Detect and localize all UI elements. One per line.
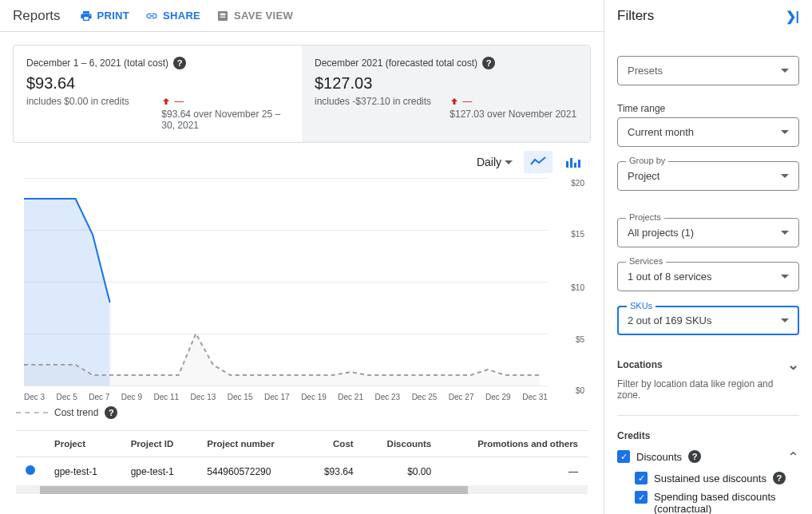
chevron-down-icon: ⌄ [787, 356, 799, 374]
cell-discounts: $0.00 [363, 457, 442, 486]
spending-based-checkbox[interactable]: ✓ [635, 491, 648, 504]
time-range-label: Time range [617, 103, 799, 114]
time-range-select[interactable]: Current month [617, 117, 799, 147]
presets-select[interactable]: Presets [617, 56, 799, 85]
x-tick: Dec 31 [522, 393, 548, 401]
x-tick: Dec 21 [338, 393, 363, 401]
locations-hint: Filter by location data like region and … [617, 378, 799, 401]
chevron-down-icon [781, 318, 789, 322]
chevron-up-icon[interactable]: ⌄ [787, 448, 799, 465]
x-tick: Dec 7 [89, 393, 109, 401]
x-tick: Dec 5 [57, 393, 77, 401]
chevron-down-icon [505, 160, 513, 164]
current-change-indicator: — [161, 96, 289, 107]
forecast-change-text: $127.03 over November 2021 [450, 109, 576, 120]
print-label: PRINT [97, 10, 130, 22]
help-icon[interactable]: ? [482, 57, 495, 69]
projects-select[interactable]: Projects All projects (1) [617, 218, 799, 247]
spending-based-label: Spending based discounts (contractual) [654, 491, 799, 514]
sustained-use-checkbox[interactable]: ✓ [635, 472, 648, 484]
x-tick: Dec 29 [485, 393, 511, 401]
x-tick: Dec 27 [449, 393, 474, 401]
col-cost[interactable]: Cost [303, 431, 362, 457]
locations-section-toggle[interactable]: Locations ⌄ [617, 353, 799, 377]
discounts-label: Discounts [636, 451, 682, 463]
chevron-down-icon [781, 130, 789, 134]
help-icon[interactable]: ? [173, 57, 186, 69]
skus-select[interactable]: SKUs 2 out of 169 SKUs [617, 306, 799, 335]
x-tick: Dec 9 [121, 393, 142, 401]
chevron-down-icon [781, 275, 789, 279]
cost-table: Project Project ID Project number Cost D… [16, 431, 588, 486]
services-label: Services [626, 256, 666, 266]
chevron-down-icon [781, 69, 789, 73]
help-icon[interactable]: ? [688, 450, 701, 463]
forecast-change-indicator: — [450, 96, 576, 107]
collapse-sidebar-icon[interactable]: ❯| [786, 9, 799, 24]
arrow-up-icon [161, 97, 171, 106]
svg-rect-2 [574, 163, 576, 168]
chevron-down-icon [781, 174, 789, 178]
granularity-value: Daily [477, 156, 501, 168]
skus-value: 2 out of 169 SKUs [628, 314, 712, 326]
credits-label: Credits [617, 430, 799, 441]
projects-label: Projects [626, 212, 664, 222]
y-tick: $15 [571, 230, 584, 239]
col-project-id[interactable]: Project ID [121, 431, 198, 457]
discounts-checkbox[interactable]: ✓ [617, 450, 630, 463]
cell-cost: $93.64 [303, 457, 362, 486]
x-tick: Dec 23 [374, 393, 400, 401]
legend-label: Cost trend [54, 407, 98, 418]
print-button[interactable]: PRINT [80, 10, 130, 22]
save-view-label: SAVE VIEW [234, 10, 293, 22]
y-tick: $0 [576, 386, 584, 395]
current-cost-caption: December 1 – 6, 2021 (total cost) [26, 57, 168, 69]
help-icon[interactable]: ? [773, 472, 786, 484]
chevron-down-icon [781, 231, 789, 235]
svg-rect-1 [570, 158, 572, 168]
forecast-credits-note: includes -$372.10 in credits [315, 96, 435, 120]
line-chart-toggle[interactable] [524, 151, 553, 173]
current-cost-amount: $93.64 [26, 74, 289, 93]
col-project[interactable]: Project [45, 431, 121, 457]
presets-value: Presets [628, 65, 663, 77]
x-tick: Dec 13 [191, 393, 216, 401]
group-by-label: Group by [626, 156, 668, 165]
locations-label: Locations [617, 359, 663, 370]
filters-title: Filters [617, 8, 654, 24]
col-discounts[interactable]: Discounts [363, 431, 442, 457]
services-value: 1 out of 8 services [628, 271, 712, 283]
group-by-select[interactable]: Group by Project [617, 161, 799, 191]
arrow-up-icon [450, 97, 459, 106]
y-tick: $10 [571, 283, 584, 292]
table-row[interactable]: gpe-test-1 gpe-test-1 544960572290 $93.6… [16, 457, 588, 486]
x-tick: Dec 3 [24, 393, 45, 401]
legend-dash [16, 412, 48, 413]
y-tick: $5 [576, 334, 584, 343]
cell-project: gpe-test-1 [45, 457, 121, 486]
group-by-value: Project [628, 170, 660, 182]
print-icon [80, 10, 93, 22]
col-project-number[interactable]: Project number [197, 431, 303, 457]
save-view-icon [216, 10, 229, 22]
x-tick: Dec 19 [301, 393, 327, 401]
granularity-dropdown[interactable]: Daily [477, 156, 513, 168]
link-icon [145, 10, 158, 22]
save-view-button[interactable]: SAVE VIEW [216, 10, 293, 22]
col-promotions[interactable]: Promotions and others [441, 431, 588, 457]
bar-chart-toggle[interactable] [559, 151, 588, 173]
help-icon[interactable]: ? [105, 406, 117, 419]
services-select[interactable]: Services 1 out of 8 services [617, 262, 799, 291]
chart-legend: Cost trend ? [0, 401, 604, 430]
page-title: Reports [13, 8, 61, 24]
line-chart-icon [530, 156, 546, 168]
svg-rect-3 [578, 160, 580, 168]
share-button[interactable]: SHARE [145, 10, 200, 22]
forecast-cost-amount: $127.03 [315, 74, 577, 93]
current-credits-note: includes $0.00 in credits [26, 96, 147, 131]
forecast-cost-card: December 2021 (forecasted total cost) ? … [302, 45, 590, 142]
current-change-text: $93.64 over November 25 – 30, 2021 [161, 109, 289, 131]
cell-id: gpe-test-1 [121, 457, 198, 486]
horizontal-scrollbar[interactable] [16, 486, 588, 494]
x-tick: Dec 11 [153, 393, 179, 401]
